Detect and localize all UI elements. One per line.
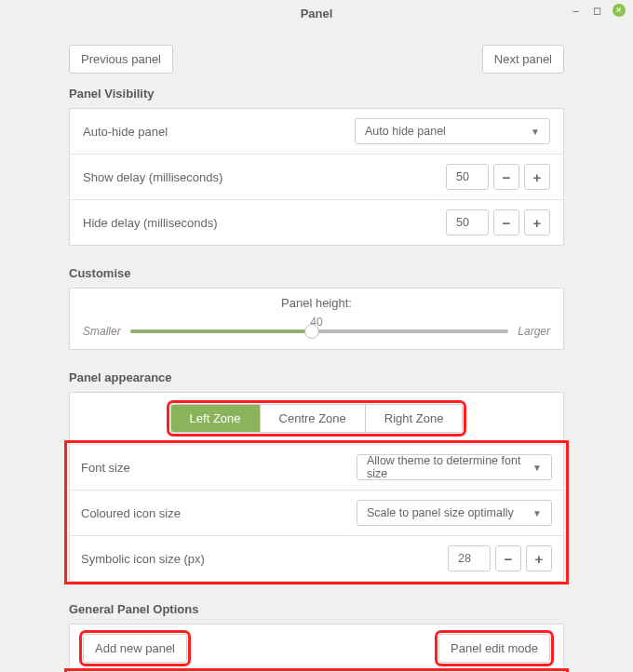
symbolic-icon-input[interactable] [448, 545, 491, 571]
panel-appearance-card: Left Zone Centre Zone Right Zone Font si… [69, 392, 564, 582]
autohide-row: Auto-hide panel Auto hide panel ▼ [70, 109, 563, 154]
slider-smaller-label: Smaller [83, 325, 121, 338]
chevron-down-icon: ▼ [532, 508, 542, 518]
hide-delay-decrement[interactable]: − [493, 209, 519, 235]
customise-heading: Customise [69, 266, 564, 280]
window-title: Panel [301, 7, 333, 20]
titlebar: Panel – ◻ ✕ [0, 0, 633, 26]
chevron-down-icon: ▼ [532, 463, 542, 473]
panel-height-slider[interactable] [130, 325, 509, 338]
font-size-label: Font size [81, 461, 130, 475]
general-options-heading: General Panel Options [69, 602, 564, 616]
add-new-panel-button[interactable]: Add new panel [83, 634, 187, 663]
zone-tabgroup: Left Zone Centre Zone Right Zone [170, 404, 464, 433]
panel-visibility-card: Auto-hide panel Auto hide panel ▼ Show d… [69, 108, 564, 246]
chevron-down-icon: ▼ [531, 127, 540, 137]
show-delay-label: Show delay (milliseconds) [83, 170, 222, 184]
slider-fill [130, 329, 312, 333]
show-delay-increment[interactable]: + [524, 164, 550, 190]
coloured-icon-label: Coloured icon size [81, 506, 181, 520]
tab-centre-zone[interactable]: Centre Zone [260, 405, 365, 432]
symbolic-icon-spinner: − + [448, 545, 552, 571]
panel-appearance-heading: Panel appearance [69, 370, 564, 384]
autohide-select[interactable]: Auto hide panel ▼ [355, 118, 550, 144]
general-options-card: Add new panel Panel edit mode Allow the … [69, 624, 564, 672]
panel-edit-mode-button[interactable]: Panel edit mode [438, 634, 550, 663]
close-button[interactable]: ✕ [613, 4, 626, 17]
tab-left-zone[interactable]: Left Zone [171, 405, 260, 432]
show-delay-decrement[interactable]: − [493, 164, 519, 190]
panel-height-slider-wrap: Smaller Larger [83, 325, 550, 338]
slider-thumb[interactable] [304, 324, 319, 339]
maximize-button[interactable]: ◻ [591, 5, 603, 17]
autohide-select-value: Auto hide panel [365, 125, 446, 138]
content-area: Previous panel Next panel Panel Visibili… [0, 26, 633, 672]
symbolic-icon-decrement[interactable]: − [495, 545, 521, 571]
coloured-icon-value: Scale to panel size optimally [367, 506, 514, 519]
symbolic-icon-row: Symbolic icon size (px) − + [68, 535, 565, 581]
slider-larger-label: Larger [518, 325, 550, 338]
show-delay-input[interactable] [446, 164, 489, 190]
coloured-icon-row: Coloured icon size Scale to panel size o… [68, 490, 565, 535]
show-delay-spinner: − + [446, 164, 550, 190]
general-buttons-row: Add new panel Panel edit mode [70, 625, 563, 672]
panel-visibility-heading: Panel Visibility [69, 87, 564, 101]
show-delay-row: Show delay (milliseconds) − + [70, 154, 563, 199]
minimize-button[interactable]: – [570, 5, 582, 17]
font-size-select[interactable]: Allow theme to determine font size ▼ [357, 454, 552, 480]
zone-tabs-row: Left Zone Centre Zone Right Zone [70, 393, 563, 444]
hide-delay-increment[interactable]: + [524, 209, 550, 235]
window-controls: – ◻ ✕ [570, 4, 626, 17]
coloured-icon-select[interactable]: Scale to panel size optimally ▼ [357, 500, 552, 526]
symbolic-icon-increment[interactable]: + [526, 545, 552, 571]
panel-height-box: Panel height: 40 Smaller Larger [70, 289, 563, 349]
previous-panel-button[interactable]: Previous panel [69, 45, 173, 74]
next-panel-button[interactable]: Next panel [482, 45, 564, 74]
appearance-options-highlight: Font size Allow theme to determine font … [68, 444, 565, 581]
tab-right-zone[interactable]: Right Zone [365, 405, 463, 432]
panel-height-title: Panel height: [83, 296, 550, 310]
hide-delay-row: Hide delay (milliseconds) − + [70, 199, 563, 245]
font-size-value: Allow theme to determine font size [367, 454, 532, 480]
symbolic-icon-label: Symbolic icon size (px) [81, 552, 205, 566]
hide-delay-label: Hide delay (milliseconds) [83, 216, 218, 230]
panel-nav-row: Previous panel Next panel [69, 45, 564, 74]
hide-delay-spinner: − + [446, 209, 550, 235]
font-size-row: Font size Allow theme to determine font … [68, 444, 565, 490]
customise-card: Panel height: 40 Smaller Larger [69, 288, 564, 350]
close-icon: ✕ [615, 6, 623, 15]
hide-delay-input[interactable] [446, 209, 489, 235]
autohide-label: Auto-hide panel [83, 125, 168, 139]
